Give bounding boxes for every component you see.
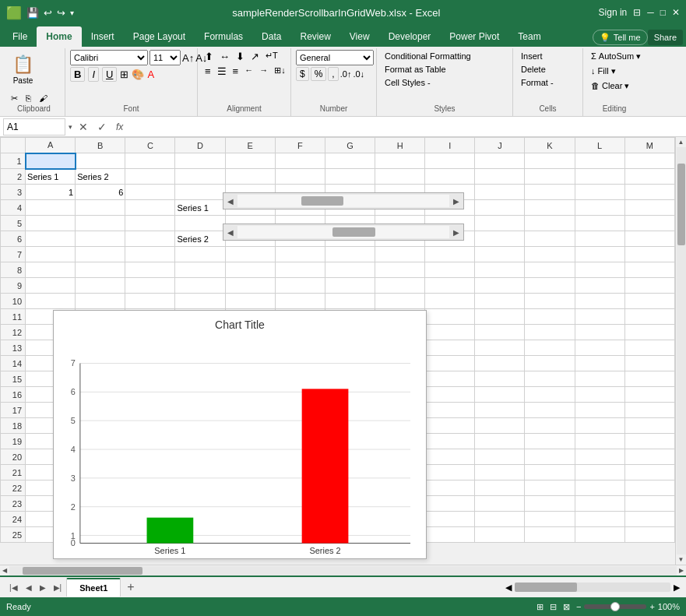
cell-K5[interactable]	[525, 216, 575, 231]
cell-D5[interactable]	[175, 216, 225, 231]
tab-insert[interactable]: Insert	[82, 26, 124, 47]
tab-file[interactable]: File	[3, 26, 37, 47]
paste-button[interactable]: 📋 Paste	[8, 50, 38, 89]
percent-button[interactable]: %	[311, 67, 327, 81]
scroll-track-s2[interactable]	[237, 226, 449, 238]
quick-access-save[interactable]: 💾	[26, 7, 39, 19]
cell-C3[interactable]	[125, 185, 175, 200]
scroll-thumb-vertical[interactable]	[677, 164, 685, 245]
scroll-right-tab[interactable]: ▶	[674, 583, 680, 593]
format-painter-button[interactable]: 🖌	[36, 90, 51, 106]
zoom-in-button[interactable]: +	[649, 602, 654, 611]
page-break-view-button[interactable]: ⊠	[563, 602, 570, 612]
scroll-thumb-horizontal[interactable]	[23, 567, 142, 575]
cell-F1[interactable]	[275, 153, 325, 169]
cell-E1[interactable]	[225, 153, 275, 169]
col-header-M[interactable]: M	[624, 138, 674, 153]
underline-button[interactable]: U	[102, 67, 117, 82]
col-header-E[interactable]: E	[225, 138, 275, 153]
cell-M1[interactable]	[624, 153, 674, 169]
cell-L1[interactable]	[575, 153, 624, 169]
cell-L6[interactable]	[575, 231, 624, 247]
cell-D4[interactable]: Series 1	[175, 200, 225, 216]
col-header-C[interactable]: C	[125, 138, 175, 153]
decrease-decimal-button[interactable]: .0↓	[353, 69, 364, 79]
font-family-select[interactable]: Calibri	[70, 50, 148, 65]
fill-color-button[interactable]: 🎨	[132, 69, 144, 80]
conditional-formatting-button[interactable]: Conditional Formatting	[382, 50, 474, 62]
align-right-button[interactable]: ≡	[230, 65, 241, 78]
font-color-button[interactable]: A	[147, 69, 154, 80]
cell-M4[interactable]	[624, 200, 674, 216]
cell-B2[interactable]: Series 2	[76, 169, 125, 185]
series2-scroll-widget[interactable]: ◀ ▶	[223, 224, 464, 241]
cell-M5[interactable]	[624, 216, 674, 231]
zoom-slider-thumb[interactable]	[610, 602, 620, 611]
increase-decimal-button[interactable]: .0↑	[340, 69, 352, 79]
cell-J6[interactable]	[475, 231, 525, 247]
cell-K2[interactable]	[525, 169, 575, 185]
cell-I1[interactable]	[425, 153, 475, 169]
cell-M6[interactable]	[624, 231, 674, 247]
sum-button[interactable]: Σ AutoSum ▾	[588, 50, 644, 63]
scroll-thumb-s2[interactable]	[332, 227, 375, 237]
cell-A5[interactable]	[26, 216, 76, 231]
cancel-formula-button[interactable]: ✕	[76, 121, 91, 133]
increase-font-button[interactable]: A↑	[182, 52, 194, 64]
first-sheet-button[interactable]: |◀	[6, 582, 21, 593]
scroll-track-horizontal[interactable]	[9, 566, 677, 576]
cell-J4[interactable]	[475, 200, 525, 216]
cell-L5[interactable]	[575, 216, 624, 231]
cell-J5[interactable]	[475, 216, 525, 231]
col-header-F[interactable]: F	[275, 138, 325, 153]
fill-button[interactable]: ↓ Fill ▾	[588, 65, 619, 78]
h-scroll-thumb-bottom[interactable]	[515, 583, 577, 592]
cell-J1[interactable]	[475, 153, 525, 169]
add-sheet-button[interactable]: +	[122, 580, 139, 594]
cell-K1[interactable]	[525, 153, 575, 169]
cut-button[interactable]: ✂	[8, 90, 21, 106]
cell-B5[interactable]	[76, 216, 125, 231]
cell-reference-box[interactable]: A1	[3, 118, 65, 136]
bold-button[interactable]: B	[70, 67, 85, 82]
sign-in-button[interactable]: Sign in	[599, 7, 628, 18]
cell-C2[interactable]	[125, 169, 175, 185]
wrap-text-button[interactable]: ↵T	[263, 50, 280, 63]
scroll-left-arrow-s1[interactable]: ◀	[223, 193, 237, 209]
cell-K4[interactable]	[525, 200, 575, 216]
scroll-thumb-s1[interactable]	[301, 196, 343, 206]
cell-K3[interactable]	[525, 185, 575, 200]
scroll-track-s1[interactable]	[237, 195, 449, 207]
align-bottom-button[interactable]: ⬇	[234, 50, 247, 63]
cell-L2[interactable]	[575, 169, 624, 185]
minimize-button[interactable]: ─	[647, 7, 654, 18]
font-size-select[interactable]: 11	[150, 50, 181, 65]
formula-dropdown-icon[interactable]: ▾	[69, 123, 72, 131]
series1-scroll-widget[interactable]: ◀ ▶	[223, 192, 464, 209]
quick-access-undo[interactable]: ↩	[44, 7, 52, 19]
scroll-right-button[interactable]: ▶	[677, 565, 686, 576]
align-middle-button[interactable]: ↔	[217, 50, 232, 63]
cell-C6[interactable]	[125, 231, 175, 247]
tab-home[interactable]: Home	[37, 26, 81, 47]
scroll-right-arrow-s1[interactable]: ▶	[449, 193, 463, 209]
scroll-left-button[interactable]: ◀	[0, 565, 9, 576]
cell-A3[interactable]: 1	[26, 185, 76, 200]
tab-team[interactable]: Team	[508, 26, 550, 47]
cell-F2[interactable]	[275, 169, 325, 185]
page-layout-view-button[interactable]: ⊟	[550, 602, 557, 612]
sheet-tab-sheet1[interactable]: Sheet1	[66, 578, 121, 597]
scroll-right-arrow-s2[interactable]: ▶	[449, 224, 463, 240]
cell-A1[interactable]	[26, 153, 76, 169]
align-center-button[interactable]: ☰	[215, 65, 229, 78]
cell-L3[interactable]	[575, 185, 624, 200]
comma-button[interactable]: ,	[328, 67, 338, 81]
borders-button[interactable]: ⊞	[120, 69, 128, 80]
tab-developer[interactable]: Developer	[379, 26, 441, 47]
cell-L4[interactable]	[575, 200, 624, 216]
cell-D6[interactable]: Series 2	[175, 231, 225, 247]
cell-J2[interactable]	[475, 169, 525, 185]
next-sheet-button[interactable]: ▶	[37, 582, 49, 593]
format-button[interactable]: Format -	[518, 76, 557, 89]
col-header-J[interactable]: J	[475, 138, 525, 153]
